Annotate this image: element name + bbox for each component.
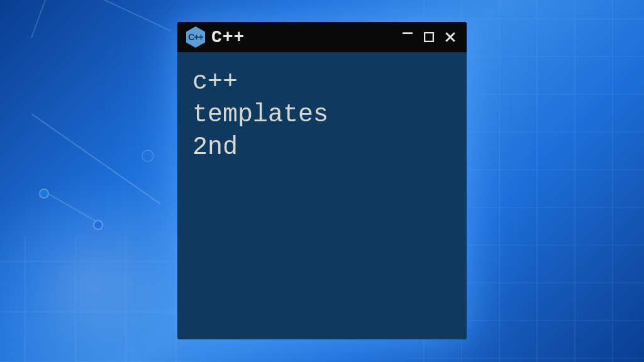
terminal-line: c++ (192, 66, 452, 99)
maximize-button[interactable] (421, 30, 436, 45)
window-controls: — (400, 30, 458, 45)
terminal-body[interactable]: c++ templates 2nd (177, 52, 467, 339)
close-icon (445, 31, 456, 43)
terminal-line: templates (192, 99, 452, 131)
maximize-icon (424, 32, 434, 42)
cpp-app-icon: C++ (186, 26, 205, 48)
svg-rect-0 (425, 33, 433, 41)
terminal-line: 2nd (192, 131, 452, 164)
window-title: C++ (211, 28, 394, 47)
minimize-button[interactable]: — (400, 30, 415, 45)
terminal-window: C++ C++ — c++ templates 2nd (177, 22, 467, 339)
titlebar[interactable]: C++ C++ — (177, 22, 467, 52)
close-button[interactable] (443, 30, 458, 45)
cpp-icon-label: C++ (188, 32, 203, 42)
